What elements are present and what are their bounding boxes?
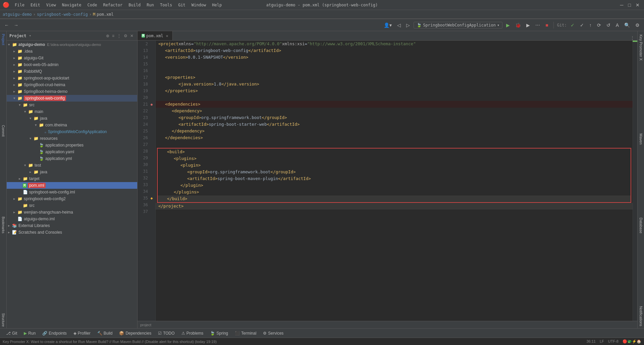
run-configuration[interactable]: 🍃 SpringbootWebConfigApplication ▾ (414, 22, 502, 28)
tree-item-springboot-web-config[interactable]: ▼ 📁 springboot-web-config (7, 95, 137, 102)
tree-item-target[interactable]: ▶ 📁 target (7, 175, 137, 182)
menu-edit[interactable]: Edit (28, 2, 43, 8)
tree-item-atguigu-git[interactable]: ▶ 📁 atguigu-Git (7, 55, 137, 61)
tree-item-springboot-aop[interactable]: ▶ 📁 springboot-aop-quickstart (7, 75, 137, 81)
menu-help[interactable]: Help (209, 2, 224, 8)
editor-menu-button[interactable]: ⋮ (628, 35, 637, 40)
tree-item-idea[interactable]: ▶ 📁 .idea (7, 48, 137, 55)
breadcrumb-file[interactable]: pom.xml (97, 12, 114, 17)
tree-item-boot-web[interactable]: ▶ 📁 boot-web-05-admin (7, 61, 137, 68)
debug-button[interactable]: 🐞 (514, 21, 523, 29)
run-tab-icon: ▶ (24, 331, 27, 336)
tab-dependencies[interactable]: 📦 Dependencies (116, 330, 155, 337)
git-revert-button[interactable]: ↺ (605, 21, 612, 29)
tree-item-com-itheima[interactable]: ▼ 📁 com.itheima (7, 122, 137, 128)
tree-item-pom-xml[interactable]: M pom.xml (7, 182, 137, 189)
menu-build[interactable]: Build (126, 2, 143, 8)
git-fetch-button[interactable]: ⟳ (595, 21, 603, 29)
panel-settings-button[interactable]: ⚙ (123, 33, 128, 39)
gutter-row-22: 22 (138, 108, 155, 114)
stop-button[interactable]: ■ (544, 21, 550, 29)
run-button[interactable]: ▶ (504, 21, 512, 29)
commit-tab-icon[interactable]: Commit (1, 124, 6, 138)
settings-button[interactable]: ⚙ (634, 21, 641, 29)
tree-item-external-libs[interactable]: ▶ 📚 External Libraries (7, 222, 137, 229)
tree-item-main[interactable]: ▼ 📁 main (7, 108, 137, 115)
menu-code[interactable]: Code (85, 2, 100, 8)
tree-item-test[interactable]: ▼ 📁 test (7, 162, 137, 169)
menu-file[interactable]: File (12, 2, 27, 8)
tree-item-springboot-heima[interactable]: ▶ 📁 SpringBoot-heima-demo (7, 88, 137, 95)
arrow-icon: ▶ (13, 63, 17, 66)
tree-item-atguigu-demo[interactable]: ▼ 📁 atguigu-demo E:\idea-workspace\atgui… (7, 41, 137, 48)
tab-build[interactable]: 🔨 Build (94, 330, 116, 337)
tab-run[interactable]: ▶ Run (20, 330, 39, 337)
bookmarks-tab-icon[interactable]: Bookmarks (1, 215, 6, 235)
key-promoter-panel[interactable]: Key Promoter X (638, 33, 644, 63)
tab-close-icon[interactable]: ✕ (166, 34, 168, 38)
menu-git[interactable]: Git (175, 2, 188, 8)
git-push-button[interactable]: ↑ (588, 21, 593, 29)
breadcrumb-project[interactable]: atguigu-demo (3, 12, 32, 17)
tree-item-app-yml[interactable]: 🍃 application.yml (7, 155, 137, 162)
database-panel[interactable]: Database (638, 216, 644, 235)
tab-problems[interactable]: ⚠ Problems (178, 330, 207, 337)
panel-close-button[interactable]: ✕ (129, 33, 135, 39)
nav-forward-button[interactable]: ▷ (405, 21, 412, 29)
menu-window[interactable]: Window (189, 2, 209, 8)
more-run-button[interactable]: ⋯ (534, 21, 542, 29)
back-button[interactable]: ← (3, 21, 11, 29)
collapse-all-button[interactable]: ≡ (111, 33, 115, 39)
tree-item-scratches[interactable]: ▶ 📝 Scratches and Consoles (7, 229, 137, 236)
minimize-button[interactable]: ─ (619, 1, 625, 9)
tab-services[interactable]: ⚙ Services (260, 330, 287, 337)
close-button[interactable]: ✕ (634, 1, 641, 9)
code-view[interactable]: <project xmlns="http://maven.apache.org/… (156, 41, 633, 321)
tree-item-springboot-web-config2[interactable]: ▶ 📁 springboot-web-config2 (7, 195, 137, 202)
git-branch-button[interactable]: ✓ (578, 21, 586, 29)
breadcrumb-module[interactable]: springboot-web-config (37, 12, 88, 17)
tab-todo[interactable]: ☑ TODO (155, 330, 178, 337)
nav-back-button[interactable]: ◁ (395, 21, 402, 29)
maven-panel[interactable]: Maven (638, 131, 644, 147)
tab-spring[interactable]: 🍃 Spring (207, 330, 231, 337)
tree-item-app-properties[interactable]: 🍃 application.properties (7, 142, 137, 149)
tree-item-test-java[interactable]: ▶ 📁 java (7, 169, 137, 175)
tab-pom-xml[interactable]: M pom.xml ✕ (138, 31, 173, 40)
tree-item-src2[interactable]: 📁 src (7, 202, 137, 209)
tree-item-app-class[interactable]: ☕ SpringbootWebConfigApplication (7, 128, 137, 135)
tree-item-springboot-crud[interactable]: ▶ 📁 SpringBoot-crud-heima (7, 81, 137, 88)
menu-run[interactable]: Run (144, 2, 157, 8)
forward-button[interactable]: → (12, 21, 20, 29)
locate-file-button[interactable]: ⊕ (105, 33, 110, 39)
panel-dropdown-icon[interactable]: ▾ (29, 34, 32, 38)
tree-item-app-yaml[interactable]: 🍃 application.yaml (7, 149, 137, 155)
tree-item-config-iml[interactable]: 📄 springboot-web-config.iml (7, 189, 137, 195)
tree-item-rabbitmq[interactable]: ▶ 📁 RabbitMQ (7, 68, 137, 75)
tree-item-demo-iml[interactable]: 📄 atguigu-demo.iml (7, 216, 137, 222)
menu-tools[interactable]: Tools (157, 2, 175, 8)
tree-item-java[interactable]: ▼ 📁 java (7, 115, 137, 122)
git-check-button[interactable]: ✓ (569, 21, 576, 29)
project-tab-icon[interactable]: Project (1, 33, 6, 47)
menu-refactor[interactable]: Refactor (100, 2, 125, 8)
dependencies-tab-label: Dependencies (125, 331, 151, 336)
menu-view[interactable]: View (44, 2, 59, 8)
expand-all-button[interactable]: ⋮ (116, 33, 122, 39)
tree-item-src[interactable]: ▼ 📁 src (7, 102, 137, 108)
maximize-button[interactable]: □ (627, 1, 633, 9)
run-with-coverage-button[interactable]: ▶ (525, 21, 532, 29)
tab-git[interactable]: ⎇ Git (3, 330, 20, 337)
tree-item-resources[interactable]: ▼ 📁 resources (7, 135, 137, 142)
tree-label-app-class: SpringbootWebConfigApplication (48, 129, 107, 134)
tab-endpoints[interactable]: 🔗 Endpoints (39, 330, 70, 337)
search-everywhere-button[interactable]: 🔍 (623, 21, 632, 29)
menu-navigate[interactable]: Navigate (59, 2, 84, 8)
tree-item-wenjian[interactable]: ▶ 📁 wenjian-shangchuan-heima (7, 209, 137, 216)
structure-tab-icon[interactable]: Structure (1, 312, 6, 328)
tab-terminal[interactable]: ⬛ Terminal (231, 330, 260, 337)
notifications-panel[interactable]: Notifications (638, 304, 644, 328)
profile-button[interactable]: 👤▾ (382, 21, 393, 29)
tab-profiler[interactable]: ◈ Profiler (70, 330, 94, 337)
translate-button[interactable]: A (614, 21, 621, 29)
